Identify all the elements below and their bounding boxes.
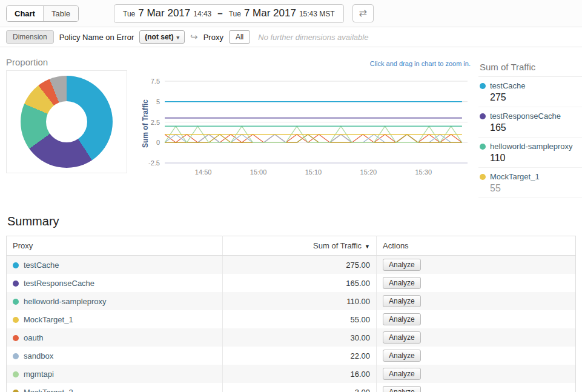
- summary-section: Summary Proxy Sum of Traffic▼ Actions te…: [0, 214, 582, 392]
- traffic-value-cell: 275.00: [223, 256, 377, 274]
- legend-series-value: 165: [490, 122, 582, 133]
- legend-item[interactable]: MockTarget_155: [478, 168, 582, 198]
- start-date: 7 Mar 2017: [138, 7, 190, 19]
- date-range-picker[interactable]: Tue 7 Mar 2017 14:43 – Tue 7 Mar 2017 15…: [114, 4, 344, 23]
- y-axis-label: Sum of Traffic: [141, 99, 150, 148]
- legend-series-name: helloworld-sampleproxy: [490, 142, 573, 151]
- proxy-label: Proxy: [203, 33, 223, 42]
- actions-cell: Analyze: [376, 365, 575, 383]
- chart-section: Proportion Click and drag in chart to zo…: [0, 47, 582, 206]
- traffic-header-label: Sum of Traffic: [313, 241, 362, 250]
- refresh-button[interactable]: ⇄: [352, 4, 374, 22]
- flow-arrow-icon: ↪: [190, 32, 198, 42]
- proxy-name: testResponseCache: [24, 279, 94, 288]
- analyze-button[interactable]: Analyze: [383, 350, 421, 362]
- proxy-color-dot: [13, 371, 19, 377]
- table-row: sandbox22.00Analyze: [7, 347, 576, 365]
- zoom-hint: Click and drag in chart to zoom in.: [141, 60, 471, 67]
- proxy-color-dot: [13, 353, 19, 359]
- chevron-down-icon: ▾: [177, 35, 180, 41]
- svg-text:15:10: 15:10: [305, 168, 322, 176]
- proxy-color-dot: [13, 317, 19, 323]
- svg-text:0: 0: [156, 139, 160, 146]
- legend-series-value: 55: [490, 183, 582, 194]
- end-time: 15:43 MST: [299, 10, 335, 18]
- svg-text:15:20: 15:20: [360, 168, 377, 176]
- proxy-cell: mgmtapi: [7, 365, 223, 383]
- proxy-name: helloworld-sampleproxy: [24, 297, 107, 306]
- proxy-cell: testResponseCache: [7, 274, 223, 292]
- dimension-chip[interactable]: Dimension: [6, 30, 54, 44]
- table-row: testCache275.00Analyze: [7, 256, 576, 274]
- legend-item[interactable]: helloworld-sampleproxy110: [478, 138, 582, 168]
- analyze-button[interactable]: Analyze: [383, 259, 421, 271]
- table-row: helloworld-sampleproxy110.00Analyze: [7, 292, 576, 310]
- legend-title: Sum of Traffic: [478, 62, 582, 77]
- view-toggle: Chart Table: [6, 5, 79, 22]
- chart-tab[interactable]: Chart: [7, 6, 43, 21]
- dimension-bar: Dimension Policy Name on Error (not set)…: [0, 27, 582, 47]
- proportion-donut[interactable]: [21, 76, 113, 168]
- traffic-line-chart[interactable]: -2.502.557.514:5015:0015:1015:2015:30: [141, 75, 471, 178]
- legend-series-name: MockTarget_1: [490, 172, 540, 181]
- actions-cell: Analyze: [376, 347, 575, 365]
- proxy-cell: MockTarget_1: [7, 310, 223, 328]
- proxy-color-dot: [13, 262, 19, 268]
- proxy-name: MockTarget_2: [24, 388, 73, 392]
- actions-cell: Analyze: [376, 310, 575, 328]
- proxy-name: oauth: [24, 333, 44, 342]
- analyze-button[interactable]: Analyze: [383, 368, 421, 380]
- summary-table-body: testCache275.00AnalyzetestResponseCache1…: [7, 256, 576, 392]
- proxy-name: MockTarget_1: [24, 315, 73, 324]
- actions-cell: Analyze: [376, 328, 575, 347]
- proxy-cell: MockTarget_2: [7, 383, 223, 392]
- proxy-cell: helloworld-sampleproxy: [7, 292, 223, 310]
- traffic-value-cell: 165.00: [223, 274, 377, 292]
- dimension-value-dropdown[interactable]: (not set)▾: [139, 30, 185, 44]
- svg-text:-2.5: -2.5: [148, 159, 160, 167]
- legend-items: testCache275testResponseCache165hellowor…: [478, 77, 582, 198]
- traffic-value-cell: 30.00: [223, 328, 377, 347]
- traffic-value-cell: 22.00: [223, 347, 377, 365]
- analyze-button[interactable]: Analyze: [383, 295, 421, 307]
- table-row: MockTarget_155.00Analyze: [7, 310, 576, 328]
- traffic-value-cell: 3.00: [223, 383, 377, 392]
- analyze-button[interactable]: Analyze: [383, 386, 421, 392]
- analyze-button[interactable]: Analyze: [383, 313, 421, 325]
- proxy-color-dot: [13, 335, 19, 341]
- col-header-traffic[interactable]: Sum of Traffic▼: [223, 236, 377, 256]
- legend-item[interactable]: testResponseCache165: [478, 107, 582, 138]
- legend-item[interactable]: testCache275: [478, 77, 582, 107]
- table-row: testResponseCache165.00Analyze: [7, 274, 576, 292]
- summary-title: Summary: [7, 214, 576, 228]
- svg-text:7.5: 7.5: [151, 78, 160, 85]
- proportion-title: Proportion: [6, 57, 48, 67]
- proxy-name: sandbox: [24, 351, 53, 360]
- table-tab[interactable]: Table: [43, 6, 78, 21]
- series-color-dot: [480, 144, 486, 150]
- svg-text:2.5: 2.5: [151, 119, 160, 126]
- svg-text:14:50: 14:50: [195, 168, 212, 176]
- actions-cell: Analyze: [376, 274, 575, 292]
- series-color-dot: [480, 83, 486, 89]
- no-dimensions-hint: No further dimensions available: [258, 33, 368, 42]
- traffic-value-cell: 110.00: [223, 292, 377, 310]
- actions-cell: Analyze: [376, 256, 575, 274]
- table-header-row: Proxy Sum of Traffic▼ Actions: [7, 236, 576, 256]
- analyze-button[interactable]: Analyze: [383, 331, 421, 344]
- series-color-dot: [480, 113, 486, 119]
- line-chart-area[interactable]: Sum of Traffic -2.502.557.514:5015:0015:…: [141, 75, 471, 181]
- proxy-name: mgmtapi: [24, 370, 54, 379]
- sort-desc-icon[interactable]: ▼: [365, 244, 370, 250]
- proxy-color-dot: [13, 281, 19, 287]
- col-header-actions: Actions: [376, 236, 575, 256]
- refresh-icon: ⇄: [359, 8, 367, 18]
- col-header-proxy[interactable]: Proxy: [7, 236, 223, 256]
- proxy-cell: sandbox: [7, 347, 223, 365]
- dimension-value: (not set): [145, 33, 173, 41]
- legend-series-value: 110: [490, 153, 582, 164]
- table-row: MockTarget_23.00Analyze: [7, 383, 576, 392]
- proxy-all-button[interactable]: All: [229, 30, 250, 44]
- analyze-button[interactable]: Analyze: [383, 277, 421, 289]
- proportion-chart[interactable]: [6, 70, 127, 173]
